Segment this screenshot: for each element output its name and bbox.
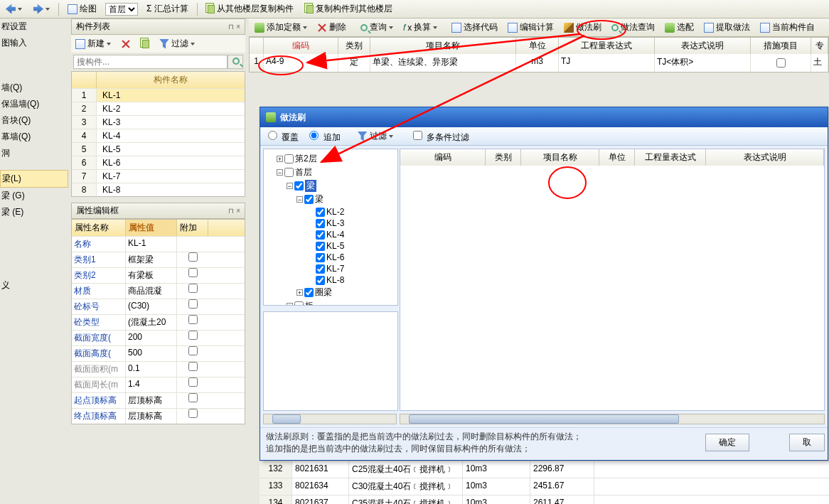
add-quota-button[interactable]: 添加定额: [252, 20, 310, 35]
redo-button[interactable]: [31, 3, 53, 16]
table-row[interactable]: 1 A4-9 定 单梁、连续梁、异形梁 m3 TJ TJ<体积> 土: [250, 54, 828, 72]
tree-item[interactable]: KL-7: [267, 263, 395, 274]
list-item[interactable]: 2KL-2: [72, 102, 245, 115]
h-scrollbar[interactable]: [400, 414, 825, 424]
prop-row[interactable]: 类别2有梁板: [72, 267, 245, 283]
side-item[interactable]: 幕墙(Q): [0, 129, 68, 145]
tree-pane-lower: [263, 311, 398, 411]
brush-icon: [564, 23, 574, 33]
col-kind: 类别: [338, 38, 370, 54]
side-item[interactable]: 梁 (G): [0, 188, 68, 204]
multi-filter[interactable]: 多条件过滤: [410, 129, 469, 144]
search-go[interactable]: [228, 55, 243, 69]
list-item[interactable]: 8KL-8: [72, 183, 245, 196]
new-button[interactable]: 新建: [73, 36, 114, 51]
search-input[interactable]: [73, 55, 228, 69]
meas-checkbox[interactable]: [776, 58, 786, 68]
expand-toggle[interactable]: +: [277, 156, 283, 162]
expand-toggle[interactable]: +: [287, 303, 293, 306]
cell-code[interactable]: A4-9: [264, 54, 338, 72]
prop-row[interactable]: 截面周长(m1.4: [72, 377, 245, 392]
side-item[interactable]: 义: [0, 277, 68, 294]
brush-dialog: 做法刷 覆盖 追加 过滤 多条件过滤 +第2层 −首层 −梁 −梁 KL-2KL…: [260, 107, 828, 461]
expand-toggle[interactable]: −: [287, 183, 293, 189]
chevron-down-icon: [46, 8, 50, 11]
select-code-button[interactable]: 选择代码: [449, 20, 501, 35]
query-button[interactable]: 查询: [358, 20, 396, 35]
side-item[interactable]: 程设置: [0, 18, 68, 35]
sum-calc-button[interactable]: Σ 汇总计算: [144, 1, 191, 16]
copy-from-button[interactable]: 从其他楼层复制构件: [203, 1, 296, 16]
dlg-filter-button[interactable]: 过滤: [355, 129, 396, 144]
delete-button[interactable]: 删除: [314, 20, 349, 35]
list-item[interactable]: 7KL-7: [72, 169, 245, 183]
prop-row[interactable]: 类别1框架梁: [72, 252, 245, 267]
side-item[interactable]: 保温墙(Q): [0, 96, 68, 112]
side-item[interactable]: 墙(Q): [0, 80, 68, 96]
list-item[interactable]: 4KL-4: [72, 129, 245, 142]
prop-row[interactable]: 名称KL-1: [72, 236, 245, 252]
current-comp-button[interactable]: 当前构件自: [757, 20, 818, 35]
prop-row[interactable]: 终点顶标高层顶标高: [72, 408, 245, 424]
list-item[interactable]: 6KL-6: [72, 156, 245, 169]
ok-button[interactable]: 确定: [705, 434, 749, 451]
filter-button[interactable]: 过滤: [156, 36, 198, 51]
expand-toggle[interactable]: −: [277, 169, 283, 176]
copy-button[interactable]: [138, 38, 152, 50]
pin-icon[interactable]: ⊓ ×: [228, 23, 240, 31]
list-item[interactable]: 5KL-5: [72, 142, 245, 156]
dialog-titlebar[interactable]: 做法刷: [260, 107, 828, 127]
tree-item[interactable]: KL-6: [267, 252, 395, 263]
h-scrollbar[interactable]: [263, 414, 397, 424]
col-proj: 项目名称: [370, 38, 516, 54]
prop-row[interactable]: 砼类型(混凝土20: [72, 314, 245, 330]
table-row[interactable]: 1348021637C35混凝土40石﹝搅拌机﹞10m32611.47: [260, 495, 829, 504]
cancel-button[interactable]: 取: [789, 434, 825, 451]
side-item-beam[interactable]: 梁(L): [0, 170, 68, 188]
side-item[interactable]: 梁 (E): [0, 204, 68, 220]
side-item[interactable]: 洞: [0, 145, 68, 161]
doc-icon: [508, 23, 518, 33]
tree-item[interactable]: KL-5: [267, 240, 395, 252]
prop-row[interactable]: 截面高度(500: [72, 345, 245, 361]
tree-item[interactable]: KL-2: [267, 206, 395, 218]
list-item[interactable]: 3KL-3: [72, 115, 245, 129]
match-button[interactable]: 选配: [662, 20, 697, 35]
dialog-toolbar: 覆盖 追加 过滤 多条件过滤: [260, 127, 828, 146]
tree-selected[interactable]: 梁: [305, 180, 316, 192]
edit-calc-button[interactable]: 编辑计算: [505, 20, 557, 35]
prop-row[interactable]: 截面宽度(200: [72, 330, 245, 345]
top-toolbar: 绘图 首层 Σ 汇总计算 从其他楼层复制构件 复制构件到其他楼层: [0, 0, 829, 18]
side-item[interactable]: 音块(Q): [0, 112, 68, 129]
list-item[interactable]: 1KL-1: [72, 88, 245, 102]
prop-row[interactable]: 砼标号(C30): [72, 299, 245, 314]
filter-icon: [358, 132, 368, 141]
table-row[interactable]: 1338021634C30混凝土40石﹝搅拌机﹞10m32451.67: [260, 478, 829, 495]
prop-row[interactable]: 截面面积(m0.1: [72, 361, 245, 377]
gear-icon: [665, 23, 675, 33]
copy-to-button[interactable]: 复制构件到其他楼层: [302, 1, 395, 16]
table-row[interactable]: 1328021631C25混凝土40石﹝搅拌机﹞10m32296.87: [260, 461, 829, 478]
brush-query-button[interactable]: 做法查询: [609, 20, 658, 35]
delete-button[interactable]: [118, 38, 134, 50]
brush-button[interactable]: 做法刷: [561, 20, 604, 35]
undo-icon: [6, 4, 16, 14]
tree-item[interactable]: KL-4: [267, 229, 395, 240]
expand-toggle[interactable]: +: [296, 289, 303, 296]
tree-item[interactable]: KL-8: [267, 274, 395, 286]
tree-item[interactable]: KL-3: [267, 218, 395, 229]
prop-row[interactable]: 材质商品混凝: [72, 283, 245, 299]
prop-row[interactable]: 起点顶标高层顶标高: [72, 392, 245, 408]
draw-button[interactable]: 绘图: [65, 1, 100, 16]
convert-button[interactable]: fx 换算: [400, 20, 440, 35]
expand-toggle[interactable]: −: [296, 196, 303, 203]
mode-append[interactable]: 追加: [306, 129, 340, 144]
floor-select[interactable]: 首层: [105, 3, 138, 16]
undo-button[interactable]: [3, 3, 25, 16]
tree-pane[interactable]: +第2层 −首层 −梁 −梁 KL-2KL-3KL-4KL-5KL-6KL-7K…: [263, 149, 398, 306]
dialog-footer: 做法刷原则：覆盖指的是把当前选中的做法刷过去，同时删除目标构件的所有做法； 追加…: [260, 427, 828, 458]
side-item[interactable]: 图输入: [0, 35, 68, 51]
pin-icon[interactable]: ⊓ ×: [228, 207, 240, 215]
extract-button[interactable]: 提取做法: [701, 20, 753, 35]
mode-overwrite[interactable]: 覆盖: [264, 129, 299, 144]
